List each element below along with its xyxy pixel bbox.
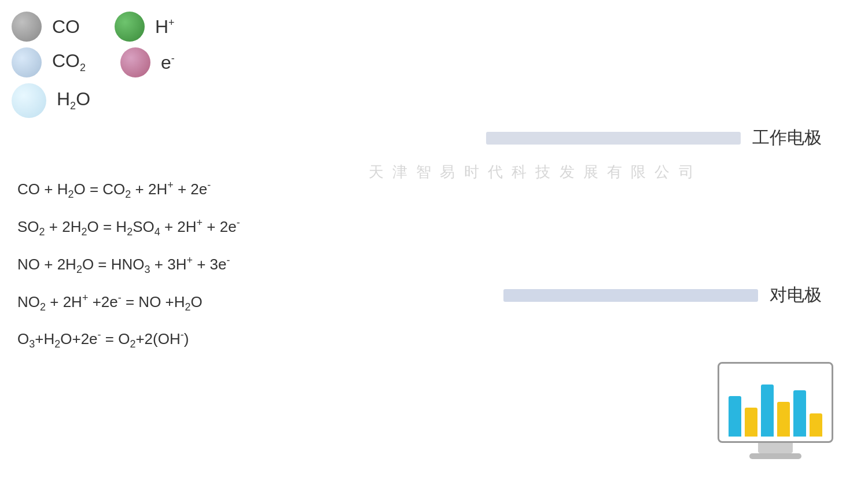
equation-1: CO + H2O = CO2 + 2H+ + 2e- xyxy=(17,179,240,201)
equation-5: O3+H2O+2e- = O2+2(OH-) xyxy=(17,329,240,350)
equation-4: NO2 + 2H+ +2e- = NO +H2O xyxy=(17,292,240,313)
legend-item-e-minus: e- xyxy=(120,47,175,77)
label-h-plus: H+ xyxy=(155,16,175,38)
legend-item-h2o: H2O xyxy=(12,83,90,118)
working-electrode-area: 工作电极 xyxy=(486,126,822,150)
legend: CO H+ CO2 e- H2O xyxy=(12,12,175,118)
circle-h-plus xyxy=(115,12,145,42)
chart-bar xyxy=(761,385,774,437)
equation-2: SO2 + 2H2O = H2SO4 + 2H+ + 2e- xyxy=(17,217,240,238)
label-h2o: H2O xyxy=(57,88,90,112)
equation-3: NO + 2H2O = HNO3 + 3H+ + 3e- xyxy=(17,254,240,276)
working-electrode-label: 工作电极 xyxy=(752,126,822,150)
chart-bar xyxy=(810,413,822,437)
counter-electrode-area: 对电极 xyxy=(503,283,822,307)
legend-row-1: CO H+ xyxy=(12,12,175,42)
circle-co2 xyxy=(12,47,42,77)
equations-section: CO + H2O = CO2 + 2H+ + 2e- SO2 + 2H2O = … xyxy=(17,179,240,350)
chart-bar xyxy=(777,402,790,437)
chart-bar xyxy=(793,390,806,437)
label-e-minus: e- xyxy=(161,52,175,73)
legend-item-co2: CO2 xyxy=(12,47,86,77)
chart-bar xyxy=(729,396,741,437)
monitor-screen xyxy=(718,362,833,443)
monitor-icon xyxy=(718,362,833,459)
legend-item-h-plus: H+ xyxy=(115,12,175,42)
counter-electrode-label: 对电极 xyxy=(770,283,822,307)
watermark: 天 津 智 易 时 代 科 技 发 展 有 限 公 司 xyxy=(369,162,696,182)
working-electrode-bar xyxy=(486,132,741,145)
label-co: CO xyxy=(52,16,80,38)
chart-bar xyxy=(745,408,757,437)
circle-h2o xyxy=(12,83,46,118)
legend-item-co: CO xyxy=(12,12,80,42)
monitor-base xyxy=(749,453,801,459)
label-co2: CO2 xyxy=(52,50,86,74)
legend-row-3: H2O xyxy=(12,83,175,118)
monitor-stand xyxy=(758,443,793,453)
legend-row-2: CO2 e- xyxy=(12,47,175,77)
circle-co xyxy=(12,12,42,42)
circle-e-minus xyxy=(120,47,150,77)
counter-electrode-bar xyxy=(503,289,758,302)
